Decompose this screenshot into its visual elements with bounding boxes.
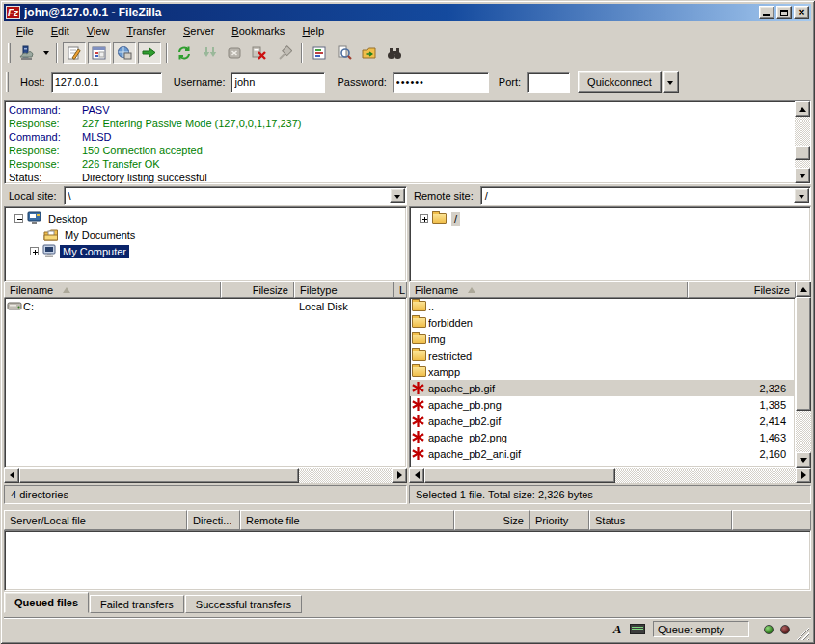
filename-filters-button[interactable] xyxy=(308,42,331,64)
scroll-down-button[interactable] xyxy=(795,168,810,183)
scroll-thumb[interactable] xyxy=(19,468,299,483)
menu-help[interactable]: Help xyxy=(293,23,333,39)
remote-file-row[interactable]: apache_pb2_ani.gif 2,160 xyxy=(410,445,795,462)
scroll-thumb[interactable] xyxy=(795,146,810,160)
site-manager-dropdown-button[interactable] xyxy=(40,42,52,64)
remote-file-row-selected[interactable]: apache_pb.gif 2,326 xyxy=(410,380,795,396)
local-file-list[interactable]: C: Local Disk xyxy=(4,298,407,468)
column-header-filename[interactable]: Filename xyxy=(409,282,688,298)
tab-successful-transfers[interactable]: Successful transfers xyxy=(185,595,302,613)
process-queue-button[interactable] xyxy=(198,42,221,64)
tree-item-desktop[interactable]: Desktop xyxy=(7,210,404,227)
scroll-thumb[interactable] xyxy=(796,297,811,411)
column-header-status[interactable]: Status xyxy=(589,510,732,530)
directory-comparison-button[interactable] xyxy=(358,42,381,64)
queue-list[interactable] xyxy=(4,530,811,591)
scroll-track[interactable] xyxy=(796,411,811,452)
host-input[interactable] xyxy=(51,72,162,93)
local-file-row[interactable]: C: Local Disk xyxy=(5,298,406,314)
speed-limits-icon[interactable] xyxy=(629,622,646,637)
minimize-button[interactable] xyxy=(759,6,774,19)
tab-queued-files[interactable]: Queued files xyxy=(4,592,89,613)
log-scrollbar[interactable] xyxy=(795,101,810,183)
remote-directory-tree[interactable]: / xyxy=(409,206,811,282)
column-header-filename[interactable]: Filename xyxy=(4,282,221,298)
close-button[interactable]: × xyxy=(794,6,809,19)
remote-vscrollbar[interactable] xyxy=(796,282,811,468)
column-header-server-local-file[interactable]: Server/Local file xyxy=(4,510,187,530)
local-site-dropdown-button[interactable] xyxy=(390,188,405,203)
tab-failed-transfers[interactable]: Failed transfers xyxy=(90,595,184,613)
menu-server[interactable]: Server xyxy=(175,23,223,39)
column-header-direction[interactable]: Directi... xyxy=(187,510,240,530)
folder-icon xyxy=(412,334,428,344)
column-header-filesize[interactable]: Filesize xyxy=(688,282,796,298)
menu-file[interactable]: File xyxy=(8,23,42,39)
synchronized-browsing-button[interactable] xyxy=(383,42,406,64)
local-status-bar: 4 directories xyxy=(4,485,407,504)
remote-file-row[interactable]: apache_pb.png 1,385 xyxy=(410,396,795,413)
column-header-size[interactable]: Size xyxy=(454,510,530,530)
refresh-button[interactable] xyxy=(173,42,196,64)
expand-icon[interactable] xyxy=(30,247,39,255)
menu-transfer[interactable]: Transfer xyxy=(118,23,175,39)
disconnect-button[interactable] xyxy=(248,42,271,64)
reconnect-button[interactable] xyxy=(273,42,296,64)
remote-site-dropdown-button[interactable] xyxy=(794,188,809,203)
scroll-up-button[interactable] xyxy=(796,282,811,297)
quickconnect-dropdown-button[interactable] xyxy=(663,71,679,93)
transfer-type-icon[interactable] xyxy=(609,622,626,637)
scroll-track[interactable] xyxy=(615,468,796,483)
menu-bookmarks[interactable]: Bookmarks xyxy=(223,23,293,39)
scroll-left-button[interactable] xyxy=(4,468,19,483)
menu-edit[interactable]: Edit xyxy=(42,23,78,39)
toggle-message-log-button[interactable] xyxy=(63,42,86,64)
local-directory-tree[interactable]: Desktop My Documents My Computer xyxy=(4,206,407,282)
cancel-operation-button[interactable] xyxy=(223,42,246,64)
quickconnect-button[interactable]: Quickconnect xyxy=(578,71,662,93)
toggle-queue-button[interactable] xyxy=(138,42,161,64)
remote-file-row[interactable]: xampp xyxy=(410,363,795,380)
port-input[interactable] xyxy=(527,72,570,93)
resize-grip[interactable] xyxy=(796,627,809,640)
username-input[interactable] xyxy=(231,72,325,93)
remote-hscrollbar[interactable] xyxy=(409,468,811,483)
column-header-remote-file[interactable]: Remote file xyxy=(240,510,454,530)
arrow-right-icon xyxy=(801,471,810,479)
tree-item-my-computer[interactable]: My Computer xyxy=(7,243,404,259)
scroll-track[interactable] xyxy=(299,468,392,483)
file-search-button[interactable] xyxy=(333,42,356,64)
column-header-priority[interactable]: Priority xyxy=(530,510,589,530)
scroll-right-button[interactable] xyxy=(392,468,407,483)
local-site-combobox[interactable]: \ xyxy=(64,186,407,205)
column-header-filetype[interactable]: Filetype xyxy=(294,282,394,298)
remote-file-row[interactable]: img xyxy=(410,331,795,347)
collapse-icon[interactable] xyxy=(14,214,23,223)
tree-item-root[interactable]: / xyxy=(412,210,808,227)
remote-file-row[interactable]: apache_pb2.gif 2,414 xyxy=(410,413,795,429)
toggle-local-tree-button[interactable] xyxy=(88,42,111,64)
scroll-track[interactable] xyxy=(795,117,810,168)
scroll-thumb[interactable] xyxy=(424,468,615,483)
remote-file-row[interactable]: restricted xyxy=(410,347,795,363)
menu-view[interactable]: View xyxy=(78,23,119,39)
local-hscrollbar[interactable] xyxy=(4,468,407,483)
tree-item-my-documents[interactable]: My Documents xyxy=(7,227,404,243)
expand-icon[interactable] xyxy=(420,214,428,223)
remote-file-list[interactable]: .. forbidden img restricted xampp xyxy=(409,298,796,468)
scroll-left-button[interactable] xyxy=(409,468,424,483)
site-manager-button[interactable] xyxy=(15,42,39,64)
scroll-up-button[interactable] xyxy=(795,101,810,117)
remote-file-row[interactable]: .. xyxy=(410,298,795,314)
message-log[interactable]: Command:PASV Response:227 Entering Passi… xyxy=(4,100,811,184)
maximize-button[interactable] xyxy=(776,6,792,19)
scroll-down-button[interactable] xyxy=(796,452,811,468)
toggle-remote-tree-button[interactable] xyxy=(113,42,136,64)
column-header-filesize[interactable]: Filesize xyxy=(221,282,294,298)
password-input[interactable] xyxy=(393,72,489,93)
remote-file-row[interactable]: apache_pb2.png 1,463 xyxy=(410,429,795,445)
scroll-right-button[interactable] xyxy=(796,468,811,483)
column-header-last-modified[interactable]: L xyxy=(394,282,407,298)
remote-file-row[interactable]: forbidden xyxy=(410,314,795,331)
remote-site-combobox[interactable]: / xyxy=(480,186,811,205)
